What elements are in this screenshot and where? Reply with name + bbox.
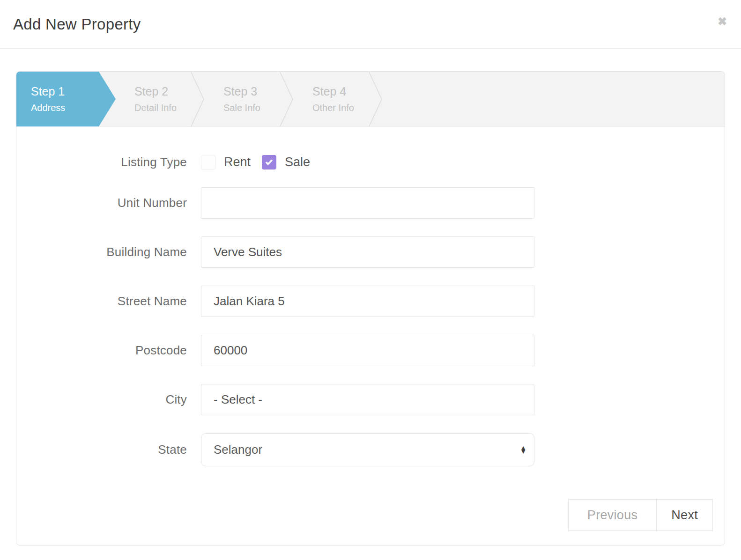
step-bar: Step 1 Address Step 2 Detail Info Step 3… <box>16 72 725 127</box>
city-label: City <box>16 392 187 407</box>
chevron-right-icon <box>280 72 294 127</box>
previous-button[interactable]: Previous <box>568 499 657 531</box>
street-name-label: Street Name <box>16 294 187 309</box>
listing-type-option-rent: Rent <box>201 155 253 169</box>
listing-type-option-sale: Sale <box>262 155 313 169</box>
step-title: Step 2 <box>134 85 191 98</box>
step-bar-filler <box>383 72 725 126</box>
street-name-input[interactable] <box>201 286 534 317</box>
state-label: State <box>16 442 187 457</box>
step-2-detail-info[interactable]: Step 2 Detail Info <box>116 72 191 126</box>
postcode-label: Postcode <box>16 343 187 358</box>
state-select[interactable]: Selangor ▲▼ <box>201 433 534 466</box>
form-row-listing-type: Listing Type Rent Sa <box>16 155 725 169</box>
listing-type-label: Listing Type <box>16 155 187 169</box>
step-subtitle: Other Info <box>312 103 369 113</box>
wizard-container: Step 1 Address Step 2 Detail Info Step 3… <box>16 71 725 545</box>
button-row: Previous Next <box>16 499 725 531</box>
step-3-sale-info[interactable]: Step 3 Sale Info <box>205 72 280 126</box>
rent-checkbox[interactable] <box>201 155 215 169</box>
unit-number-label: Unit Number <box>16 196 187 210</box>
state-select-value: Selangor <box>214 442 262 457</box>
select-spinner-icon: ▲▼ <box>520 446 526 454</box>
chevron-right-icon <box>369 72 383 127</box>
next-button[interactable]: Next <box>656 499 713 531</box>
form-row-city: City <box>16 384 725 415</box>
form-row-building-name: Building Name <box>16 236 725 268</box>
step-subtitle: Address <box>31 103 116 113</box>
step-title: Step 3 <box>223 85 280 98</box>
sale-checkbox[interactable] <box>262 155 276 169</box>
step-1-address[interactable]: Step 1 Address <box>16 72 116 126</box>
building-name-input[interactable] <box>201 236 534 268</box>
postcode-input[interactable] <box>201 335 534 366</box>
check-icon <box>265 158 274 167</box>
chevron-right-icon <box>191 72 205 127</box>
step-title: Step 1 <box>31 85 116 98</box>
city-select[interactable] <box>201 384 534 415</box>
form-row-unit-number: Unit Number <box>16 187 725 219</box>
sale-checkbox-label: Sale <box>285 155 310 169</box>
step-title: Step 4 <box>312 85 369 98</box>
building-name-label: Building Name <box>16 245 187 259</box>
unit-number-input[interactable] <box>201 187 534 219</box>
rent-checkbox-label: Rent <box>224 155 251 169</box>
step-subtitle: Sale Info <box>223 103 280 113</box>
step-subtitle: Detail Info <box>134 103 191 113</box>
form-row-street-name: Street Name <box>16 286 725 317</box>
modal-title: Add New Property <box>13 15 141 33</box>
modal-header: Add New Property ✖ <box>0 0 741 49</box>
form-row-postcode: Postcode <box>16 335 725 366</box>
step-4-other-info[interactable]: Step 4 Other Info <box>294 72 369 126</box>
form-row-state: State Selangor ▲▼ <box>16 433 725 466</box>
form-body: Listing Type Rent Sa <box>16 127 725 545</box>
close-icon[interactable]: ✖ <box>718 16 727 27</box>
listing-type-group: Rent Sale <box>201 155 534 169</box>
